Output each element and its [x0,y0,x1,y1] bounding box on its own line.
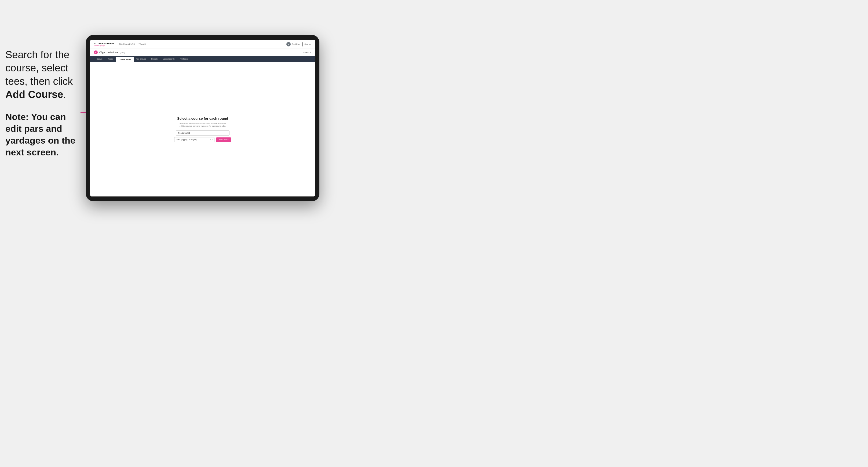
logo-area: SCOREBOARD Powered by clippd [94,42,114,46]
separator: | [302,42,303,47]
logo-sub: Powered by clippd [94,45,114,46]
tab-tee-groups[interactable]: Tee Groups [134,56,149,62]
tee-select-wrapper: × ⌃ [174,137,214,142]
tee-clear-icon[interactable]: × [210,139,211,141]
note-instruction-text: Note: You canedit pars andyardages on th… [5,111,86,158]
tab-details[interactable]: Details [94,56,105,62]
course-search-input[interactable] [176,130,229,135]
sign-out-link[interactable]: Sign out [304,43,311,45]
tee-select-row: × ⌃ Add Course [174,137,231,142]
tablet-device: SCOREBOARD Powered by clippd TOURNAMENTS… [86,35,319,201]
tee-select-icons: × ⌃ [210,139,213,141]
tab-teams[interactable]: Teams [105,56,116,62]
tab-leaderboards[interactable]: Leaderboards [160,56,177,62]
tournament-name: Clippd Invitational [99,51,118,54]
logo-text: SCOREBOARD [94,42,114,45]
tournament-icon: C [94,51,98,54]
section-description: Search for a course and select a tee. Yo… [179,122,227,127]
nav-links: TOURNAMENTS TEAMS [119,43,286,45]
tab-navigation: Details Teams Course Setup Tee Groups Re… [90,56,315,62]
tab-printables[interactable]: Printables [177,56,191,62]
user-avatar: B [286,42,291,46]
tournament-header: C Clippd Invitational (Men) Cancel ✕ [90,49,315,56]
nav-teams[interactable]: TEAMS [138,43,146,45]
add-course-button[interactable]: Add Course [216,137,231,142]
tab-results[interactable]: Results [149,56,160,62]
nav-right: B Test User | Sign out [286,42,311,47]
tournament-gender: (Men) [120,52,125,54]
cancel-text: Cancel [303,52,309,54]
instruction-panel: Search for thecourse, selecttees, then c… [5,48,86,158]
tablet-screen: SCOREBOARD Powered by clippd TOURNAMENTS… [90,40,315,196]
tee-select-input[interactable] [174,137,214,142]
tournament-title-area: C Clippd Invitational (Men) [94,51,125,54]
tab-course-setup[interactable]: Course Setup [116,57,134,62]
cancel-button[interactable]: Cancel ✕ [303,51,311,54]
nav-tournaments[interactable]: TOURNAMENTS [119,43,135,45]
user-name: Test User [292,43,300,45]
top-nav-bar: SCOREBOARD Powered by clippd TOURNAMENTS… [90,40,315,49]
section-title: Select a course for each round [177,117,228,121]
tee-toggle-icon[interactable]: ⌃ [212,139,213,141]
main-content-area: Select a course for each round Search fo… [90,62,315,196]
main-instruction-text: Search for thecourse, selecttees, then c… [5,48,86,101]
cancel-x: ✕ [310,51,311,54]
